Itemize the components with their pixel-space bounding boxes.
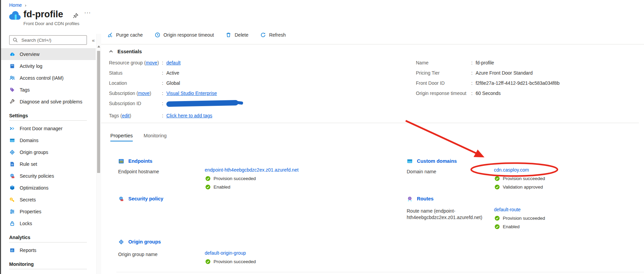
essentials-row-subscription: Subscription (move) Visual Studio Enterp… <box>109 90 238 97</box>
security-policy-section: Security policy <box>118 196 163 202</box>
sidebar-group-monitoring: Monitoring <box>1 256 96 269</box>
endpoints-section: Endpoints Endpoint hostname endpoint-hth… <box>118 158 322 164</box>
cube-icon <box>9 185 15 191</box>
delete-button[interactable]: Delete <box>225 32 248 38</box>
sidebar-item-label: Locks <box>20 221 32 226</box>
move-link[interactable]: move <box>138 91 150 96</box>
essentials-left-column: Resource group (move) default Status Act… <box>109 60 238 123</box>
more-actions-button[interactable]: ··· <box>84 9 91 16</box>
check-circle-icon <box>205 184 211 190</box>
custom-domains-header-link[interactable]: Custom domains <box>407 158 583 164</box>
edit-link[interactable]: edit <box>122 113 130 118</box>
sidebar-item-label: Domains <box>20 138 38 143</box>
origin-groups-diamond-icon <box>9 149 15 155</box>
search-input[interactable] <box>21 37 84 43</box>
origin-groups-header-link[interactable]: Origin groups <box>118 239 322 245</box>
origin-response-timeout-button[interactable]: Origin response timeout <box>154 32 214 38</box>
sidebar-item-domains[interactable]: Domains <box>1 134 96 146</box>
route-link[interactable]: default-route <box>494 207 616 212</box>
check-circle-icon <box>494 175 500 181</box>
subscription-id-redaction <box>166 100 238 107</box>
people-icon <box>9 75 15 81</box>
check-circle-icon <box>205 175 211 181</box>
trash-icon <box>225 32 232 38</box>
tab-properties[interactable]: Properties <box>110 133 133 141</box>
essentials-row-tags: Tags (edit) Click here to add tags <box>109 113 238 119</box>
purge-cache-button[interactable]: Purge cache <box>107 32 143 38</box>
table-grid-icon <box>118 158 124 164</box>
azure-portal-page: Home › fd-profile ··· Front Door and CDN… <box>0 0 644 274</box>
sidebar-item-cutoff[interactable] <box>1 271 96 274</box>
sidebar-item-origin-groups[interactable]: Origin groups <box>1 146 96 158</box>
origin-response-timeout-value: 60 Seconds <box>476 90 501 97</box>
sidebar-item-reports[interactable]: Reports <box>1 244 96 256</box>
sidebar-group-settings: Settings <box>1 107 96 120</box>
sidebar-item-front-door-manager[interactable]: Front Door manager <box>1 122 96 134</box>
sidebar-item-label: Activity log <box>20 63 42 69</box>
sidebar-item-activity-log[interactable]: Activity log <box>1 60 96 72</box>
sidebar-item-diagnose[interactable]: Diagnose and solve problems <box>1 96 96 107</box>
pin-icon[interactable] <box>72 13 79 20</box>
broom-icon <box>107 32 113 38</box>
sidebar-item-label: Origin groups <box>20 150 48 155</box>
sidebar-item-locks[interactable]: Locks <box>1 217 96 229</box>
routes-header-link[interactable]: Routes <box>407 196 583 202</box>
status-enabled: Enabled <box>494 223 616 230</box>
add-tags-link[interactable]: Click here to add tags <box>166 113 212 119</box>
breadcrumb-chevron-icon: › <box>25 3 26 8</box>
globe-shield-icon <box>9 173 15 179</box>
security-policy-header-link[interactable]: Security policy <box>118 196 163 202</box>
toolbar-label: Purge cache <box>116 32 143 38</box>
custom-domains-section: Custom domains Domain name cdn.casploy.c… <box>407 158 583 164</box>
sidebar-item-access-control[interactable]: Access control (IAM) <box>1 72 96 84</box>
sidebar-item-security-policies[interactable]: Security policies <box>1 170 96 182</box>
sidebar-collapse-button[interactable]: « <box>90 36 97 44</box>
status-provision: Provision succeeded <box>494 215 616 221</box>
essentials-row-status: Status Active <box>109 70 238 76</box>
status-value: Active <box>166 70 179 76</box>
essentials-right-column: Name fd-profile Pricing Tier Azure Front… <box>416 60 559 100</box>
double-chevron-icon <box>9 125 15 132</box>
refresh-button[interactable]: Refresh <box>260 32 286 38</box>
sidebar-item-secrets[interactable]: Secrets <box>1 194 96 206</box>
custom-domain-link[interactable]: cdn.casploy.com <box>494 167 616 173</box>
essentials-row-origin-response-timeout: Origin response timeout 60 Seconds <box>416 90 559 97</box>
sidebar-search[interactable] <box>9 35 87 45</box>
sidebar-item-rule-set[interactable]: Rule set <box>1 158 96 170</box>
scrollbar-up-arrow-icon[interactable] <box>97 45 100 47</box>
sliders-icon <box>9 209 15 215</box>
route-values: default-route Provision succeeded Enable… <box>494 207 616 232</box>
sidebar-item-optimizations[interactable]: Optimizations <box>1 182 96 194</box>
essentials-toggle[interactable]: Essentials <box>108 48 142 55</box>
sidebar-item-properties[interactable]: Properties <box>1 206 96 217</box>
report-window-icon <box>9 247 15 253</box>
sidebar-scrollbar-thumb[interactable] <box>97 51 100 173</box>
breadcrumb-home-link[interactable]: Home <box>9 2 22 8</box>
overview-cloud-icon <box>9 51 15 57</box>
sidebar-item-label: Overview <box>20 52 39 57</box>
front-door-id-value: f2f8e27a-12ff-4412-9d21-bc583a034f8b <box>476 80 559 86</box>
status-provision: Provision succeeded <box>494 175 616 181</box>
subscription-link[interactable]: Visual Studio Enterprise <box>166 90 217 97</box>
sidebar-item-label: Properties <box>20 209 41 214</box>
refresh-icon <box>260 32 266 38</box>
move-link[interactable]: move <box>146 60 157 65</box>
resource-group-link[interactable]: default <box>166 60 181 66</box>
sidebar-item-label: Diagnose and solve problems <box>20 99 82 104</box>
domain-name-values: cdn.casploy.com Provision succeeded Vali… <box>494 167 616 192</box>
endpoint-hostname-link[interactable]: endpoint-hth4eebgcbdzc2ex.z01.azurefd.ne… <box>205 167 327 173</box>
tag-icon <box>9 87 15 93</box>
sidebar-item-tags[interactable]: Tags <box>1 84 96 96</box>
tab-monitoring[interactable]: Monitoring <box>144 133 167 141</box>
sidebar-item-overview[interactable]: Overview <box>1 48 96 60</box>
essentials-row-subscription-id: Subscription ID <box>109 100 238 107</box>
activity-log-icon <box>9 63 15 69</box>
endpoints-header-link[interactable]: Endpoints <box>118 158 322 164</box>
essentials-row-resource-group: Resource group (move) default <box>109 60 238 66</box>
sidebar-item-label: Front Door manager <box>20 126 62 131</box>
divider <box>9 120 87 121</box>
origin-group-link[interactable]: default-origin-group <box>205 250 327 256</box>
sidebar-item-label: Optimizations <box>20 185 49 191</box>
breadcrumb: Home › <box>9 2 26 8</box>
page-subtitle: Front Door and CDN profiles <box>23 21 79 26</box>
